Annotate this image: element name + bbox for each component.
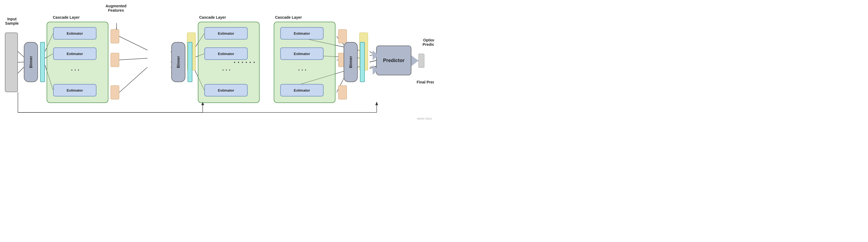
funnel-out	[411, 55, 418, 66]
funnel-in-bot	[373, 65, 379, 75]
cyan-block-1	[40, 42, 45, 82]
cascade1-estimator-1: Estimator	[53, 27, 96, 39]
cascade3-dots: . . .	[298, 65, 307, 72]
horizontal-dots: · · · · · ·	[234, 58, 255, 67]
svg-line-24	[119, 67, 148, 92]
funnel-in-top	[373, 51, 379, 60]
svg-line-32	[370, 60, 376, 62]
binner-1: Binner	[24, 42, 38, 82]
cascade1-estimator-3: Estimator	[53, 84, 96, 96]
svg-marker-12	[375, 102, 378, 105]
cyan-block-3	[360, 42, 365, 82]
final-prediction-label: Final Prediction	[414, 80, 434, 84]
cascade3-estimator-1: Estimator	[280, 27, 323, 39]
feature-block-c3-top	[338, 29, 347, 43]
cascade2-estimator-1: Estimator	[204, 27, 248, 39]
binner-3: Binner	[344, 42, 358, 82]
diagram-container: Input Sample Binner Cascade Layer Estima…	[0, 0, 434, 121]
svg-line-0	[18, 52, 24, 57]
svg-line-1	[18, 62, 24, 62]
svg-line-20	[370, 60, 376, 62]
svg-line-2	[18, 67, 24, 73]
cascade-layer-2-label: Cascade Layer	[199, 15, 226, 20]
cascade3-estimator-3: Estimator	[280, 84, 323, 96]
cascade2-dots: . . .	[222, 65, 230, 72]
cascade1-dots: . . .	[71, 65, 80, 72]
svg-line-23	[119, 58, 148, 60]
input-sample-block	[5, 32, 18, 92]
cyan-block-2	[188, 42, 192, 82]
optional-predictor-label: Optional Predictor	[414, 38, 434, 47]
cascade3-estimator-2: Estimator	[280, 48, 323, 60]
cascade1-estimator-2: Estimator	[53, 48, 96, 60]
cascade-layer-1-label: Cascade Layer	[53, 15, 80, 20]
feature-block-c1-top	[111, 29, 119, 43]
copyright: GEMS ©2021	[417, 117, 432, 120]
svg-line-22	[119, 36, 148, 50]
feature-block-c1-bot	[111, 85, 119, 99]
binner-2: Binner	[171, 42, 185, 82]
predictor-output	[418, 54, 424, 68]
predictor-box: Predictor	[376, 46, 411, 75]
cascade2-estimator-3: Estimator	[204, 84, 248, 96]
feature-block-c3-bot	[338, 85, 347, 99]
augmented-features-label: Augmented Features	[100, 4, 132, 12]
cascade-layer-3-label: Cascade Layer	[275, 15, 302, 20]
input-sample-label: Input Sample	[1, 17, 23, 26]
feature-block-c1-mid	[111, 53, 119, 67]
